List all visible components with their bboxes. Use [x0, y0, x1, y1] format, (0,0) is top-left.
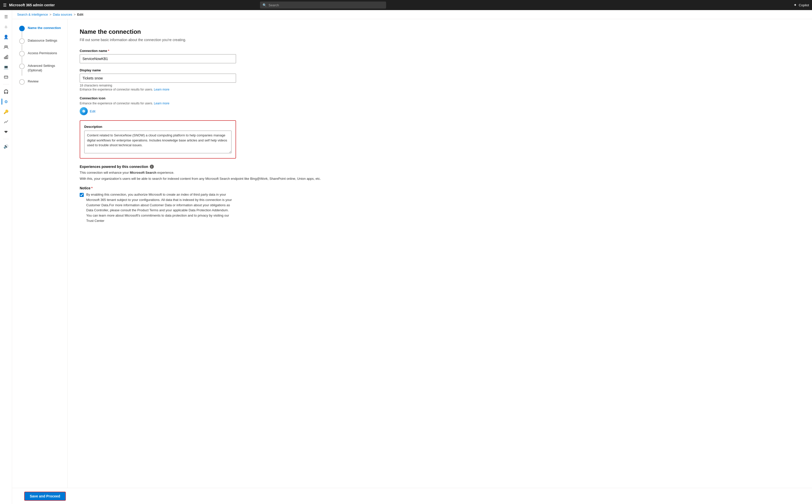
- copilot-label: Copilot: [799, 3, 809, 7]
- experiences-title: Experiences powered by this connection i: [80, 165, 800, 169]
- step-label-access[interactable]: Access Permissions: [28, 50, 57, 62]
- step-circle-access: [19, 51, 25, 56]
- sidebar-item-insights[interactable]: [2, 117, 11, 126]
- sidebar-item-health[interactable]: ❤: [2, 127, 11, 136]
- app-title: Microsoft 365 admin center: [9, 3, 55, 7]
- breadcrumb: Search & intelligence > Data sources > E…: [12, 10, 812, 19]
- description-section: Description Content related to ServiceNo…: [80, 120, 236, 159]
- connection-icon-label: Connection icon: [80, 96, 800, 100]
- svg-rect-2: [4, 57, 5, 59]
- topbar: ☰ Microsoft 365 admin center 🔍 ✦ Copilot: [0, 0, 812, 10]
- svg-rect-4: [7, 55, 8, 59]
- icon-row: Edit: [80, 107, 800, 115]
- display-name-learn-more[interactable]: Learn more: [154, 88, 169, 91]
- form-subtitle: Fill out some basic information about th…: [80, 38, 800, 42]
- step-item-name: Name the connection: [19, 25, 67, 38]
- sidebar-item-support[interactable]: 🎧: [2, 87, 11, 96]
- search-input[interactable]: [269, 3, 384, 7]
- sidebar-item-settings[interactable]: ⚙: [2, 97, 11, 106]
- bottom-bar: Save and Proceed: [12, 488, 812, 504]
- copilot-button[interactable]: ✦ Copilot: [794, 3, 809, 7]
- step-item-datasource: Datasource Settings: [19, 38, 67, 50]
- svg-rect-3: [6, 56, 7, 59]
- notice-text: By enabling this connection, you authori…: [86, 192, 235, 224]
- svg-rect-5: [4, 76, 8, 78]
- breadcrumb-sep-2: >: [74, 13, 76, 16]
- notice-label: Notice*: [80, 186, 800, 190]
- notice-checkbox-row: By enabling this connection, you authori…: [80, 192, 800, 224]
- step-circle-datasource: [19, 38, 25, 44]
- experiences-text: This connection will enhance your Micros…: [80, 170, 800, 175]
- sidebar-item-speaker[interactable]: 🔊: [2, 142, 11, 151]
- icon-learn-more[interactable]: Learn more: [154, 102, 169, 105]
- hamburger-icon[interactable]: ☰: [3, 3, 7, 8]
- sidebar-item-hamburger[interactable]: ☰: [2, 12, 11, 21]
- connection-name-field: Connection name*: [80, 49, 800, 63]
- steps-panel: Name the connection Datasource Settings …: [12, 19, 68, 504]
- connection-name-label: Connection name*: [80, 49, 800, 53]
- sidebar-item-home[interactable]: ⌂: [2, 22, 11, 31]
- copilot-icon: ✦: [794, 3, 797, 7]
- notice-checkbox[interactable]: [80, 193, 84, 197]
- sidebar-item-users[interactable]: 👤: [2, 32, 11, 41]
- display-name-hint: Enhance the experience of connector resu…: [80, 88, 800, 91]
- search-bar[interactable]: 🔍: [260, 2, 386, 9]
- step-label-review[interactable]: Review: [28, 79, 39, 90]
- experiences-text2: With this, your organization's users wil…: [80, 176, 800, 181]
- char-count-text: 18 characters remaining: [80, 84, 800, 87]
- two-panel: Name the connection Datasource Settings …: [12, 19, 812, 504]
- step-circle-advanced: [19, 64, 25, 69]
- breadcrumb-current: Edit: [77, 13, 83, 16]
- svg-point-1: [6, 46, 8, 47]
- step-label-datasource[interactable]: Datasource Settings: [28, 38, 57, 49]
- step-item-review: Review: [19, 79, 67, 90]
- icon-edit-link[interactable]: Edit: [90, 109, 95, 113]
- svg-point-0: [5, 46, 6, 47]
- search-icon: 🔍: [263, 3, 267, 7]
- display-name-label: Display name: [80, 68, 800, 72]
- connection-icon-preview: [80, 107, 88, 115]
- sidebar-item-groups[interactable]: [2, 42, 11, 51]
- required-star-notice: *: [91, 186, 93, 190]
- description-label: Description: [84, 125, 231, 129]
- notice-section: Notice* By enabling this connection, you…: [80, 186, 800, 224]
- topbar-left: ☰ Microsoft 365 admin center: [3, 3, 55, 8]
- description-textarea[interactable]: Content related to ServiceNow (SNOW) a c…: [84, 131, 231, 153]
- form-panel: Name the connection Fill out some basic …: [68, 19, 812, 504]
- step-item-advanced: Advanced Settings (Optional): [19, 63, 67, 79]
- connection-icon-hint: Enhance the experience of connector resu…: [80, 102, 800, 105]
- step-item-access: Access Permissions: [19, 50, 67, 63]
- experiences-info-icon[interactable]: i: [150, 165, 154, 169]
- step-label-name[interactable]: Name the connection: [28, 25, 61, 36]
- sidebar-item-security[interactable]: 🔑: [2, 107, 11, 116]
- sidebar-icons: ☰ ⌂ 👤 💻 🎧 ⚙ 🔑 ❤ 🔊: [0, 10, 12, 504]
- display-name-field: Display name 18 characters remaining Enh…: [80, 68, 800, 91]
- save-and-proceed-button[interactable]: Save and Proceed: [24, 492, 66, 501]
- experiences-section: Experiences powered by this connection i…: [80, 165, 800, 181]
- app-body: ☰ ⌂ 👤 💻 🎧 ⚙ 🔑 ❤ 🔊 Search & intelligence …: [0, 10, 812, 504]
- form-title: Name the connection: [80, 28, 800, 35]
- content-area: Search & intelligence > Data sources > E…: [12, 10, 812, 504]
- step-circle-name: [19, 26, 25, 31]
- display-name-input[interactable]: [80, 74, 236, 83]
- breadcrumb-sep-1: >: [49, 13, 51, 16]
- step-label-advanced[interactable]: Advanced Settings (Optional): [28, 63, 67, 79]
- sidebar-item-reports[interactable]: [2, 52, 11, 62]
- step-circle-review: [19, 79, 25, 85]
- breadcrumb-link-search-intelligence[interactable]: Search & intelligence: [17, 13, 48, 16]
- connection-name-input[interactable]: [80, 54, 236, 63]
- required-star-name: *: [108, 49, 109, 53]
- sidebar-item-billing[interactable]: [2, 73, 11, 82]
- breadcrumb-link-data-sources[interactable]: Data sources: [53, 13, 72, 16]
- connection-icon-field: Connection icon Enhance the experience o…: [80, 96, 800, 115]
- sidebar-item-devices[interactable]: 💻: [2, 63, 11, 72]
